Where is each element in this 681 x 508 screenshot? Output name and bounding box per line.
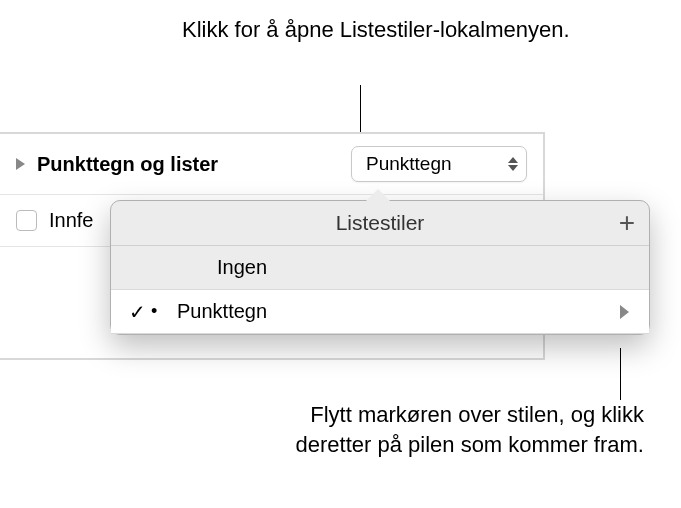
popover-title: Listestiler	[336, 211, 425, 235]
callout-top-text: Klikk for å åpne Listestiler-lokalmenyen…	[182, 15, 570, 45]
style-name-bullet: Punkttegn	[169, 300, 620, 323]
indent-label: Innfe	[49, 209, 93, 232]
list-styles-popover: Listestiler + Ingen ✓ • Punkttegn	[110, 200, 650, 335]
bullet-icon: •	[151, 301, 169, 322]
style-item-bullet[interactable]: ✓ • Punkttegn	[111, 290, 649, 334]
indent-checkbox[interactable]	[16, 210, 37, 231]
bullets-lists-row[interactable]: Punkttegn og lister Punkttegn	[0, 134, 543, 195]
add-style-button[interactable]: +	[619, 209, 635, 237]
callout-bottom-text: Flytt markøren over stilen, og klikk der…	[234, 400, 644, 459]
chevron-up-down-icon	[508, 157, 518, 171]
chevron-right-icon[interactable]	[620, 305, 629, 319]
callout-leader-line-bottom	[620, 348, 621, 400]
callout-leader-line-top	[360, 85, 361, 133]
style-name-none: Ingen	[169, 256, 631, 279]
popover-header: Listestiler +	[111, 201, 649, 246]
checkmark-icon: ✓	[129, 300, 151, 324]
list-style-dropdown[interactable]: Punkttegn	[351, 146, 527, 182]
style-item-none[interactable]: Ingen	[111, 246, 649, 290]
disclosure-triangle-icon[interactable]	[16, 158, 25, 170]
dropdown-value: Punkttegn	[366, 153, 452, 175]
section-label: Punkttegn og lister	[37, 153, 341, 176]
